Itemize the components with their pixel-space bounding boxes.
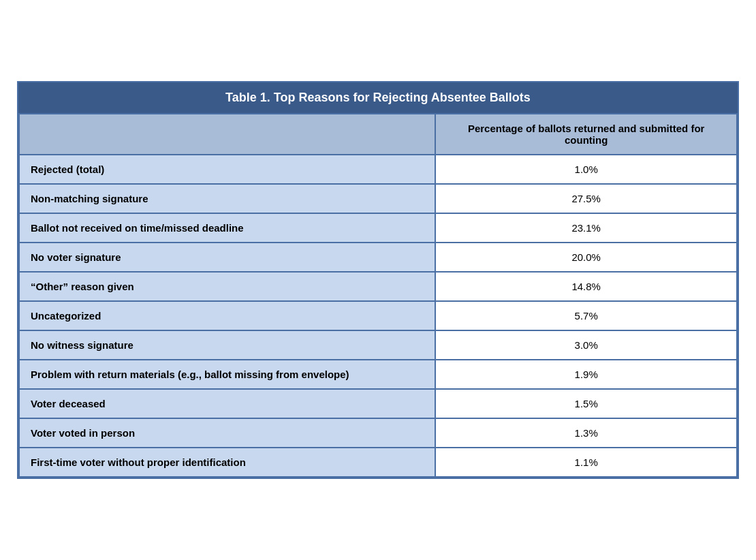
header-col2: Percentage of ballots returned and submi… — [435, 114, 737, 155]
percentage-cell: 1.3% — [435, 418, 737, 448]
table-title: Table 1. Top Reasons for Rejecting Absen… — [18, 82, 738, 113]
percentage-cell: 27.5% — [435, 184, 737, 213]
reason-cell: Non-matching signature — [19, 184, 435, 213]
table-row: Uncategorized5.7% — [19, 301, 737, 330]
table-row: No witness signature3.0% — [19, 330, 737, 360]
percentage-cell: 20.0% — [435, 243, 737, 272]
reason-cell: Uncategorized — [19, 301, 435, 330]
reason-cell: No voter signature — [19, 243, 435, 272]
reason-cell: First-time voter without proper identifi… — [19, 448, 435, 477]
reason-cell: Rejected (total) — [19, 155, 435, 184]
percentage-cell: 1.9% — [435, 360, 737, 389]
table-row: Non-matching signature27.5% — [19, 184, 737, 213]
percentage-cell: 1.5% — [435, 389, 737, 418]
reason-cell: Problem with return materials (e.g., bal… — [19, 360, 435, 389]
percentage-cell: 5.7% — [435, 301, 737, 330]
main-table: Percentage of ballots returned and submi… — [18, 113, 738, 478]
table-container: Table 1. Top Reasons for Rejecting Absen… — [17, 81, 739, 479]
reason-cell: Ballot not received on time/missed deadl… — [19, 213, 435, 243]
reason-cell: No witness signature — [19, 330, 435, 360]
reason-cell: Voter voted in person — [19, 418, 435, 448]
table-row: Problem with return materials (e.g., bal… — [19, 360, 737, 389]
table-row: Ballot not received on time/missed deadl… — [19, 213, 737, 243]
table-row: Rejected (total)1.0% — [19, 155, 737, 184]
percentage-cell: 3.0% — [435, 330, 737, 360]
percentage-cell: 23.1% — [435, 213, 737, 243]
percentage-cell: 1.0% — [435, 155, 737, 184]
table-row: First-time voter without proper identifi… — [19, 448, 737, 477]
header-row: Percentage of ballots returned and submi… — [19, 114, 737, 155]
percentage-cell: 1.1% — [435, 448, 737, 477]
table-row: “Other” reason given14.8% — [19, 272, 737, 301]
table-body: Rejected (total)1.0%Non-matching signatu… — [19, 155, 737, 477]
reason-cell: “Other” reason given — [19, 272, 435, 301]
table-row: Voter voted in person1.3% — [19, 418, 737, 448]
table-row: No voter signature20.0% — [19, 243, 737, 272]
reason-cell: Voter deceased — [19, 389, 435, 418]
percentage-cell: 14.8% — [435, 272, 737, 301]
table-row: Voter deceased1.5% — [19, 389, 737, 418]
header-col1 — [19, 114, 435, 155]
